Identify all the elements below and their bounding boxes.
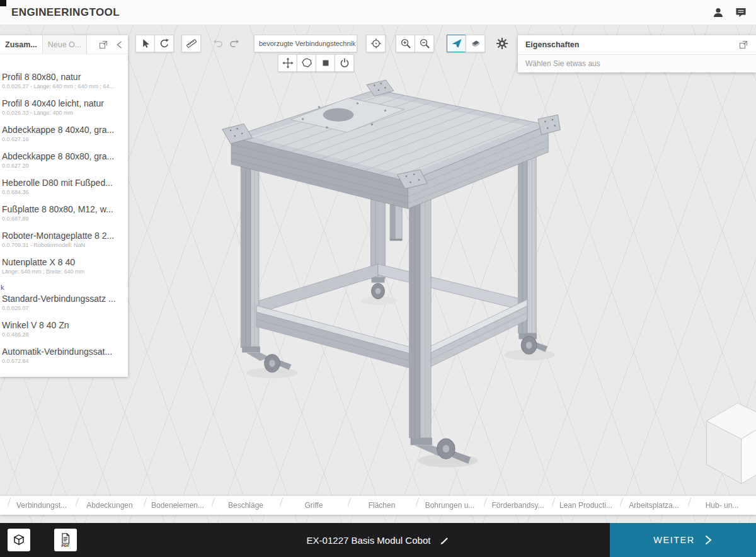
bottom-tab[interactable]: Beschläge	[212, 496, 280, 515]
pdf-document-icon	[59, 532, 72, 545]
part-list-item[interactable]: Automatik-Verbindungssat... 0.0.672.84	[0, 345, 128, 372]
part-list-item[interactable]: Nutenplatte X 8 40 Länge: 640 mm ; Breit…	[0, 256, 128, 282]
connection-technique-dropdown[interactable]: bevorzugte Verbindungstechnik ▾	[254, 35, 357, 52]
app-title: ENGINEERINGTOOL	[11, 6, 120, 19]
properties-empty-message: Wählen Sie etwas aus	[525, 59, 600, 68]
part-list-item[interactable]: Profil 8 40x40 leicht, natur 0.0.026.33 …	[0, 97, 128, 123]
properties-panel: Eigenschaften Wählen Sie etwas aus	[518, 35, 756, 72]
connection-technique-value: bevorzugte Verbindungstechnik	[259, 40, 356, 47]
ruler-icon	[186, 38, 197, 49]
undo-button[interactable]	[210, 35, 226, 52]
part-subtitle: 0.0.627.16	[2, 136, 125, 142]
popout-icon	[738, 40, 748, 50]
category-tab-bar: Verbindungst... Abdeckungen Bodenelemen.…	[0, 496, 756, 515]
part-list-item[interactable]: Fußplatte 8 80x80, M12, w... 0.0.687.89	[0, 203, 128, 229]
popout-icon	[98, 40, 108, 50]
fly-mode-button[interactable]	[447, 35, 466, 52]
part-title: Heberolle D80 mit Fußped...	[2, 178, 125, 188]
bottom-tab[interactable]: Förderbandsy...	[484, 496, 552, 515]
pdf-export-button[interactable]: PDF	[54, 529, 77, 551]
part-title: Roboter-Montageplatte 8 2...	[2, 231, 125, 241]
cube-icon	[12, 533, 26, 547]
lower-shelf-back-rails	[257, 264, 526, 313]
solid-view-button[interactable]	[316, 54, 335, 72]
move-tool-button[interactable]	[278, 54, 297, 72]
edit-project-name-button[interactable]	[439, 535, 449, 545]
3d-model-button[interactable]	[8, 529, 30, 551]
surfaces-tool-button[interactable]	[466, 35, 485, 52]
left-leg-profile	[241, 148, 259, 348]
part-list-item[interactable]: Abdeckkappe 8 80x80, gra... 0.0.627.20	[0, 150, 128, 176]
paper-plane-icon	[451, 38, 462, 49]
viewport-toolbar: bevorzugte Verbindungstechnik ▾	[135, 35, 510, 72]
lasso-icon	[301, 57, 312, 69]
crosshair-icon	[370, 38, 382, 49]
part-title: Nutenplatte X 8 40	[2, 257, 125, 267]
bottom-tab[interactable]: Abdeckungen	[76, 496, 144, 515]
undo-icon	[212, 38, 224, 49]
weiter-button[interactable]: WEITER	[610, 523, 756, 557]
part-list-item[interactable]: Roboter-Montageplatte 8 2... 0.0.709.31 …	[0, 229, 128, 256]
app-header: ENGINEERINGTOOL	[0, 0, 756, 25]
popout-properties-button[interactable]	[738, 40, 748, 50]
zoom-in-button[interactable]	[396, 35, 415, 52]
bottom-tab-stub[interactable]	[0, 496, 8, 515]
bottom-tab[interactable]: Griffe	[280, 496, 348, 515]
standby-button[interactable]	[335, 54, 354, 72]
part-list-item[interactable]: Abdeckkappe 8 40x40, gra... 0.0.627.16	[0, 123, 128, 150]
zoom-out-button[interactable]	[415, 35, 434, 52]
part-subtitle: 0.0.026.07	[2, 305, 125, 311]
offscreen-cube	[706, 403, 756, 484]
part-title: Standard-Verbindungssatz ...	[2, 294, 125, 304]
move-icon	[282, 57, 294, 69]
layers-icon	[470, 38, 481, 49]
zoom-out-icon	[419, 38, 430, 49]
part-subtitle: 0.0.026.33 - Länge: 400 mm	[2, 110, 125, 116]
rotate-view-button[interactable]	[154, 35, 174, 52]
part-title: Profil 8 80x80, natur	[2, 72, 125, 82]
back-caster	[371, 277, 384, 299]
tab-zusammenstellung[interactable]: Zusam...	[0, 35, 43, 54]
part-list-item[interactable]: Standard-Verbindungssatz ... 0.0.026.07	[0, 292, 128, 319]
feedback-button[interactable]	[735, 6, 747, 19]
bottom-tab[interactable]: Arbeitsplatza...	[620, 496, 688, 515]
part-subtitle: 0.0.684.36	[2, 189, 125, 195]
popout-panel-button[interactable]	[95, 35, 112, 54]
corner-mark	[0, 0, 6, 6]
zoom-in-icon	[400, 38, 411, 49]
part-title: Abdeckkappe 8 40x40, gra...	[2, 125, 125, 135]
part-list: Profil 8 80x80, natur 0.0.026.27 - Länge…	[0, 54, 128, 372]
collapse-panel-button[interactable]	[112, 35, 128, 54]
part-title: Winkel V 8 40 Zn	[2, 320, 125, 330]
user-icon	[712, 6, 724, 19]
part-title: Automatik-Verbindungssat...	[2, 347, 125, 357]
lasso-select-button[interactable]	[297, 54, 316, 72]
chevron-left-icon	[115, 39, 125, 50]
part-list-item[interactable]: Winkel V 8 40 Zn 0.0.486.28	[0, 319, 128, 345]
weiter-label: WEITER	[653, 535, 694, 545]
bottom-tab[interactable]: Bodenelemen...	[144, 496, 212, 515]
power-icon	[339, 57, 350, 69]
part-title: Profil 8 40x40 leicht, natur	[2, 98, 125, 108]
select-tool-button[interactable]	[135, 35, 155, 52]
rotate-icon	[159, 38, 170, 49]
part-subtitle: 0.0.672.84	[2, 358, 125, 364]
bottom-tab[interactable]: Verbindungst...	[8, 496, 76, 515]
chevron-right-icon	[705, 534, 713, 546]
redo-button[interactable]	[226, 35, 243, 52]
user-account-button[interactable]	[712, 6, 724, 19]
settings-button[interactable]	[494, 35, 510, 52]
part-subtitle: 0.0.026.27 - Länge: 640 mm ; 640 mm ; 64…	[2, 83, 125, 89]
bottom-tab[interactable]: Hub- un...	[688, 496, 756, 515]
part-title: Abdeckkappe 8 80x80, gra...	[2, 151, 125, 161]
part-list-item[interactable]: Profil 8 80x80, natur 0.0.026.27 - Länge…	[0, 71, 128, 97]
tab-neue-objekte[interactable]: Neue O...	[43, 35, 88, 54]
center-view-button[interactable]	[366, 35, 386, 52]
measure-tool-button[interactable]	[181, 35, 201, 52]
bottom-tab[interactable]: Bohrungen u...	[416, 496, 484, 515]
bottom-tab[interactable]: Lean Producti...	[552, 496, 620, 515]
part-list-item[interactable]: Heberolle D80 mit Fußped... 0.0.684.36	[0, 176, 128, 203]
part-title: Fußplatte 8 80x80, M12, w...	[2, 204, 125, 214]
parts-panel: Zusam... Neue O... Profil 8 80x80, natur…	[0, 35, 128, 377]
bottom-tab[interactable]: Flächen	[348, 496, 416, 515]
